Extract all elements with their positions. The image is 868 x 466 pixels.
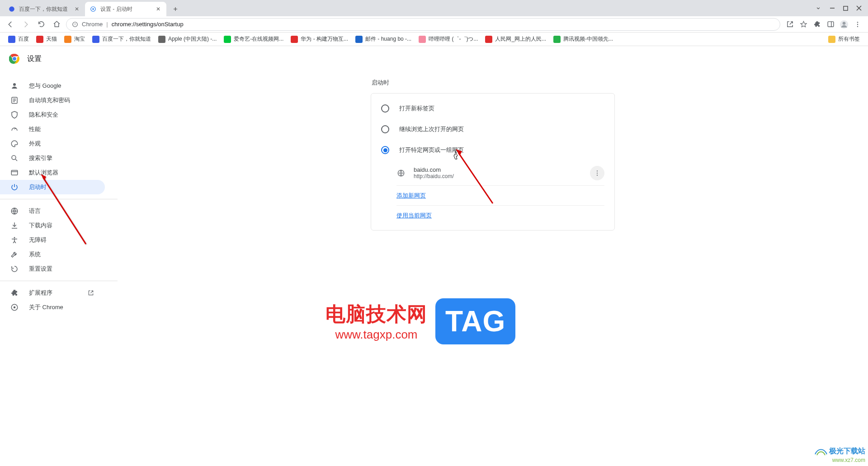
extensions-icon[interactable] <box>811 19 823 30</box>
sidebar-item-palette[interactable]: 外观 <box>0 137 105 151</box>
sidebar-item-label: 关于 Chrome <box>29 303 63 311</box>
bookmark-item[interactable]: 华为 - 构建万物互... <box>288 33 351 45</box>
home-button[interactable] <box>51 19 62 30</box>
bookmark-favicon <box>419 36 426 43</box>
sidebar-item-label: 隐私和安全 <box>29 111 58 119</box>
svg-rect-5 <box>828 22 834 27</box>
bookmark-item[interactable]: 腾讯视频-中国领先... <box>551 33 616 45</box>
tab-settings[interactable]: 设置 - 启动时 ✕ <box>85 2 166 16</box>
download-icon <box>10 221 19 230</box>
sidebar-item-download[interactable]: 下载内容 <box>0 218 105 233</box>
power-icon <box>10 183 19 191</box>
sidebar-item-power[interactable]: 启动时 <box>0 180 105 194</box>
folder-icon <box>828 36 835 43</box>
svg-point-20 <box>14 237 15 238</box>
speed-icon <box>10 125 19 133</box>
tab-close-icon[interactable]: ✕ <box>155 5 162 13</box>
startup-page-row: baidu.com http://baidu.com/ <box>396 160 604 186</box>
bookmark-favicon <box>224 36 231 43</box>
settings-title: 设置 <box>27 54 42 64</box>
sidebar-item-speed[interactable]: 性能 <box>0 122 105 137</box>
tabstrip: 百度一下，你就知道 ✕ 设置 - 启动时 ✕ <box>4 0 809 16</box>
minimize-icon[interactable] <box>830 5 835 11</box>
sidebar-item-globe[interactable]: 语言 <box>0 204 105 218</box>
more-actions-button[interactable] <box>590 166 604 180</box>
bookmark-favicon <box>291 36 298 43</box>
browser-icon <box>10 169 19 177</box>
forward-button[interactable] <box>20 19 32 30</box>
bookmark-label: 邮件 - huang bo -... <box>365 35 411 43</box>
profile-icon[interactable] <box>838 19 850 30</box>
add-new-page-row[interactable]: 添加新网页 <box>396 186 604 206</box>
share-icon[interactable] <box>784 19 796 30</box>
palette-icon <box>10 140 19 148</box>
svg-point-24 <box>597 170 598 171</box>
sidebar-item-chrome[interactable]: 关于 Chrome <box>0 300 105 315</box>
sidebar-item-label: 默认浏览器 <box>29 169 58 177</box>
bookmark-item[interactable]: 爱奇艺-在线视频网... <box>221 33 286 45</box>
reload-button[interactable] <box>35 19 47 30</box>
sidebar-item-label: 自动填充和密码 <box>29 96 70 104</box>
use-current-pages-link[interactable]: 使用当前网页 <box>396 212 432 220</box>
svg-rect-18 <box>11 170 18 175</box>
tab-title: 设置 - 启动时 <box>100 5 155 13</box>
sidebar-item-extension[interactable]: 扩展程序 <box>0 286 105 300</box>
bookmark-item[interactable]: 哔哩哔哩 (゜-゜)つ... <box>416 33 481 45</box>
all-bookmarks[interactable]: 所有书签 <box>826 33 863 45</box>
bookmark-label: 百度一下，你就知道 <box>102 35 151 43</box>
option-specific-pages[interactable]: 打开特定网页或一组网页 <box>381 140 604 160</box>
sidebar-item-label: 重置设置 <box>29 265 52 273</box>
svg-point-17 <box>12 155 16 160</box>
sidebar-item-autofill[interactable]: 自动填充和密码 <box>0 93 105 108</box>
use-current-pages-row[interactable]: 使用当前网页 <box>396 206 604 226</box>
bookmark-item[interactable]: 人民网_网上的人民... <box>482 33 549 45</box>
option-new-tab[interactable]: 打开新标签页 <box>381 98 604 119</box>
bookmark-favicon <box>158 36 165 43</box>
sidebar-item-search[interactable]: 搜索引擎 <box>0 151 105 165</box>
sidebar-item-reset[interactable]: 重置设置 <box>0 262 105 276</box>
sidebar-item-label: 语言 <box>29 207 41 215</box>
tab-close-icon[interactable]: ✕ <box>73 5 80 13</box>
sidebar-divider <box>0 199 118 199</box>
address-bar[interactable]: Chrome | chrome://settings/onStartup <box>66 18 780 31</box>
bookmark-item[interactable]: 邮件 - huang bo -... <box>353 33 414 45</box>
tab-title: 百度一下，你就知道 <box>19 5 73 13</box>
sidebar-item-accessibility[interactable]: 无障碍 <box>0 233 105 247</box>
sidepanel-icon[interactable] <box>825 19 836 30</box>
tab-baidu[interactable]: 百度一下，你就知道 ✕ <box>4 2 85 16</box>
bookmark-item[interactable]: 淘宝 <box>61 33 88 45</box>
wrench-icon <box>10 250 19 259</box>
svg-point-0 <box>9 6 14 12</box>
bookmark-favicon <box>8 36 15 43</box>
titlebar: 百度一下，你就知道 ✕ 设置 - 启动时 ✕ <box>0 0 868 16</box>
bookmark-item[interactable]: 百度一下，你就知道 <box>90 33 154 45</box>
sidebar-item-browser[interactable]: 默认浏览器 <box>0 165 105 180</box>
sidebar-item-label: 启动时 <box>29 183 47 191</box>
add-new-page-link[interactable]: 添加新网页 <box>396 192 426 200</box>
option-continue[interactable]: 继续浏览上次打开的网页 <box>381 119 604 140</box>
section-title: 启动时 <box>371 79 615 87</box>
bookmark-item[interactable]: 天猫 <box>33 33 60 45</box>
tab-search-icon[interactable] <box>815 5 821 11</box>
close-icon[interactable] <box>856 5 862 11</box>
sidebar-item-wrench[interactable]: 系统 <box>0 247 105 262</box>
maximize-icon[interactable] <box>843 6 848 11</box>
accessibility-icon <box>10 236 19 244</box>
back-button[interactable] <box>5 19 16 30</box>
bookmark-favicon <box>553 36 561 43</box>
bookmark-label: 淘宝 <box>74 35 85 43</box>
site-info-icon[interactable] <box>72 21 78 28</box>
bookmark-star-icon[interactable] <box>797 19 809 30</box>
bookmark-label: 腾讯视频-中国领先... <box>563 35 613 43</box>
sidebar-item-shield[interactable]: 隐私和安全 <box>0 108 105 122</box>
toolbar: Chrome | chrome://settings/onStartup <box>0 16 868 33</box>
sidebar-item-person[interactable]: 您与 Google <box>0 79 105 93</box>
bookmark-item[interactable]: 百度 <box>5 33 32 45</box>
new-tab-button[interactable] <box>169 3 182 15</box>
bookmark-label: Apple (中国大陆) -... <box>168 35 217 43</box>
svg-point-25 <box>597 172 598 173</box>
menu-icon[interactable] <box>852 19 863 30</box>
bookmark-label: 爱奇艺-在线视频网... <box>234 35 283 43</box>
bookmark-item[interactable]: Apple (中国大陆) -... <box>156 33 219 45</box>
sidebar-item-label: 性能 <box>29 125 41 133</box>
